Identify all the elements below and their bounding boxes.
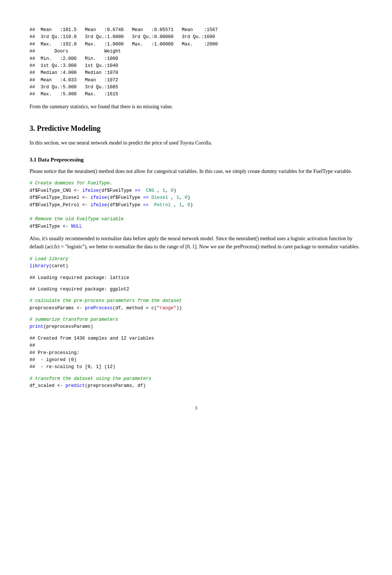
normalize-para: Also, it's usually recommended to normal… [30, 235, 362, 251]
code-block-library: # Load library library(caret) [30, 256, 362, 270]
summary-note: From the summary statistics, we found th… [30, 103, 362, 111]
code-block-preprocess: # calculate the pre-process parameters f… [30, 297, 362, 312]
code-block-dummies: # Create dummies for FuelType. df$FuelTy… [30, 180, 362, 230]
output-loading1: ## Loading required package: lattice [30, 275, 362, 282]
section3-1-para1: Please notice that the neuralnet() metho… [30, 167, 362, 176]
page-number: 3 [30, 404, 362, 412]
section3-title: 3. Predictive Modeling [30, 123, 362, 134]
section3-1-title: 3.1 Data Preprocessing [30, 156, 362, 164]
code-block-transform: # transform the dataset using the parame… [30, 375, 362, 390]
output-created: ## Created from 1436 samples and 12 vari… [30, 335, 362, 371]
summary-output: ## Mean :101.5 Mean :0.6748 Mean :0.0557… [30, 27, 362, 98]
section3-intro: In this section, we use neural network m… [30, 139, 362, 147]
code-block-print-params: # summarize transform parameters print(p… [30, 316, 362, 331]
output-loading2: ## Loading required package: ggplot2 [30, 286, 362, 293]
